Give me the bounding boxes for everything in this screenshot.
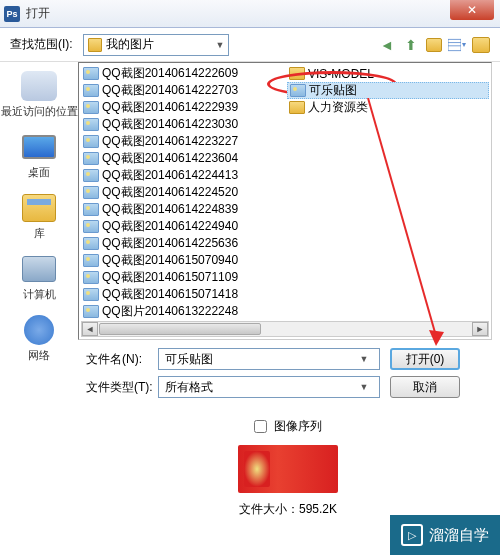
file-item[interactable]: QQ截图20140614224839: [81, 201, 283, 218]
filesize-value: 595.2K: [299, 502, 337, 516]
image-file-icon: [83, 84, 99, 97]
lookfor-dropdown[interactable]: 我的图片 ▼: [83, 34, 230, 56]
place-recent[interactable]: 最近访问的位置: [0, 66, 78, 125]
folder-icon: [289, 67, 305, 80]
scroll-left-button[interactable]: ◄: [82, 322, 98, 336]
file-item[interactable]: QQ截图20140615071109: [81, 269, 283, 286]
computer-icon: [22, 256, 56, 282]
image-file-icon: [83, 169, 99, 182]
file-item[interactable]: QQ截图20140614223604: [81, 150, 283, 167]
file-item[interactable]: QQ截图20140615070940: [81, 252, 283, 269]
newfolder-button[interactable]: [426, 38, 442, 52]
file-item[interactable]: QQ截图20140614223227: [81, 133, 283, 150]
folder-icon: [289, 101, 305, 114]
lookfor-value: 我的图片: [106, 36, 216, 53]
image-file-icon: [83, 220, 99, 233]
preview-area: 文件大小：595.2K: [86, 445, 490, 518]
file-item[interactable]: 可乐贴图: [287, 82, 489, 99]
library-icon: [22, 194, 56, 222]
filesize-label: 文件大小：: [239, 502, 299, 516]
file-item[interactable]: QQ截图20140614224520: [81, 184, 283, 201]
place-desktop[interactable]: 桌面: [0, 127, 78, 186]
close-button[interactable]: ✕: [450, 0, 494, 20]
window-title: 打开: [26, 5, 496, 22]
image-file-icon: [83, 118, 99, 131]
file-item[interactable]: QQ截图20140614223030: [81, 116, 283, 133]
file-item[interactable]: 人力资源类: [287, 99, 489, 116]
app-icon: Ps: [4, 6, 20, 22]
filetype-label: 文件类型(T):: [86, 379, 158, 396]
play-icon: ▷: [401, 524, 423, 546]
up-button[interactable]: ⬆: [402, 36, 420, 54]
image-file-icon: [83, 237, 99, 250]
place-computer[interactable]: 计算机: [0, 249, 78, 308]
folder-icon: [88, 38, 102, 52]
image-file-icon: [83, 271, 99, 284]
views-button[interactable]: ▾: [448, 36, 466, 54]
image-file-icon: [83, 152, 99, 165]
image-file-icon: [83, 203, 99, 216]
recent-icon: [21, 71, 57, 101]
watermark: ▷ 溜溜自学: [390, 515, 500, 555]
file-item[interactable]: QQ截图20140614224413: [81, 167, 283, 184]
filetype-dropdown[interactable]: 所有格式 ▼: [158, 376, 380, 398]
scroll-right-button[interactable]: ►: [472, 322, 488, 336]
chevron-down-icon: ▾: [462, 40, 466, 49]
file-item[interactable]: QQ截图20140614222703: [81, 82, 283, 99]
image-sequence-label: 图像序列: [274, 419, 322, 433]
filename-field[interactable]: 可乐贴图 ▼: [158, 348, 380, 370]
file-item[interactable]: QQ截图20140614224940: [81, 218, 283, 235]
open-button[interactable]: 打开(0): [390, 348, 460, 370]
file-item[interactable]: QQ图片20140613222248: [81, 303, 283, 320]
desktop-icon: [22, 135, 56, 159]
chevron-down-icon: ▼: [355, 354, 373, 364]
image-file-icon: [83, 67, 99, 80]
chevron-down-icon: ▼: [215, 40, 224, 50]
file-item[interactable]: QQ截图20140614222609: [81, 65, 283, 82]
toolbar-last-button[interactable]: [472, 37, 490, 53]
back-button[interactable]: ◄: [378, 36, 396, 54]
lookfor-label: 查找范围(I):: [10, 36, 73, 53]
file-item[interactable]: QQ截图20140614225636: [81, 235, 283, 252]
file-item[interactable]: VIS-MODEL: [287, 65, 489, 82]
places-bar: 最近访问的位置 桌面 库 计算机 网络: [0, 62, 78, 340]
toolbar: 查找范围(I): 我的图片 ▼ ◄ ⬆ ▾: [0, 28, 500, 62]
image-file-icon: [290, 84, 306, 97]
image-file-icon: [83, 101, 99, 114]
scroll-thumb[interactable]: [99, 323, 261, 335]
file-item[interactable]: QQ截图20140615071418: [81, 286, 283, 303]
chevron-down-icon: ▼: [355, 382, 373, 392]
image-sequence-checkbox[interactable]: [254, 420, 267, 433]
cancel-button[interactable]: 取消: [390, 376, 460, 398]
place-network[interactable]: 网络: [0, 310, 78, 369]
titlebar: Ps 打开 ✕: [0, 0, 500, 28]
place-library[interactable]: 库: [0, 188, 78, 247]
preview-thumbnail: [238, 445, 338, 493]
network-icon: [24, 315, 54, 345]
image-file-icon: [83, 135, 99, 148]
file-list[interactable]: QQ截图20140614222609QQ截图20140614222703QQ截图…: [78, 62, 492, 340]
file-item[interactable]: QQ截图20140614222939: [81, 99, 283, 116]
svg-rect-0: [448, 39, 461, 50]
image-file-icon: [83, 254, 99, 267]
image-sequence-row: 图像序列: [86, 418, 490, 435]
body-area: 最近访问的位置 桌面 库 计算机 网络 QQ截图20140614222609QQ…: [0, 62, 500, 340]
image-file-icon: [83, 288, 99, 301]
image-file-icon: [83, 186, 99, 199]
image-file-icon: [83, 305, 99, 318]
filename-label: 文件名(N):: [86, 351, 158, 368]
horizontal-scrollbar[interactable]: ◄ ►: [81, 321, 489, 337]
